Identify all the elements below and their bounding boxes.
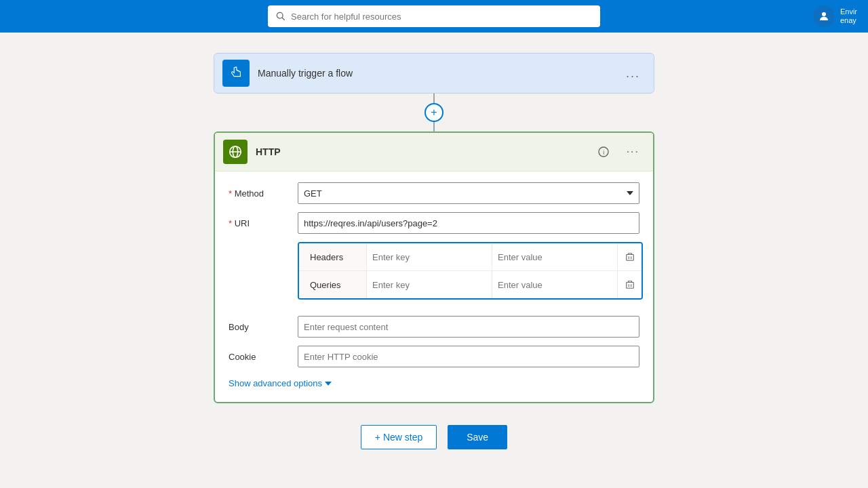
svg-rect-16	[626, 283, 633, 289]
advanced-chevron-icon	[325, 382, 332, 386]
svg-text:i: i	[603, 149, 604, 156]
search-bar[interactable]	[268, 5, 600, 27]
body-label: Body	[229, 322, 290, 332]
search-input[interactable]	[291, 12, 592, 22]
env-label: Envir enay	[840, 7, 857, 25]
method-select[interactable]: GET	[298, 182, 639, 204]
cookie-input[interactable]	[298, 346, 639, 367]
body-row: Body	[229, 316, 639, 338]
http-more-button[interactable]: ···	[621, 143, 645, 161]
bottom-bar: + New step Save	[361, 425, 507, 449]
headers-key-input[interactable]	[367, 243, 492, 270]
headers-delete-button[interactable]	[617, 243, 642, 270]
queries-inputs	[367, 271, 617, 298]
method-row: * * MethodMethod GET	[229, 182, 639, 204]
hand-icon	[229, 66, 243, 81]
headers-queries-wrapper: Headers	[229, 242, 639, 308]
method-chevron-icon	[627, 191, 633, 195]
cookie-row: Cookie	[229, 346, 639, 367]
queries-label: Queries	[299, 271, 367, 298]
uri-label: * URI	[229, 218, 290, 228]
uri-row: * URI	[229, 212, 639, 234]
key-value-wrapper: Headers	[298, 242, 643, 308]
info-icon: i	[598, 146, 609, 157]
http-block: HTTP i ··· * * MethodMethod G	[214, 131, 654, 403]
headers-value-input[interactable]	[492, 243, 617, 270]
headers-label: Headers	[299, 243, 367, 270]
globe-icon	[228, 144, 243, 159]
add-step-button[interactable]: +	[425, 103, 443, 122]
key-value-section: Headers	[298, 242, 643, 300]
method-label: * * MethodMethod	[229, 188, 290, 199]
queries-row: Queries	[299, 271, 642, 298]
delete-icon	[625, 252, 635, 262]
trigger-label: Manually trigger a flow	[258, 68, 612, 79]
canvas: Manually trigger a flow ... + HTTP	[0, 33, 868, 488]
http-icon-box	[223, 140, 248, 164]
headers-inputs	[367, 243, 617, 270]
trigger-block: Manually trigger a flow ...	[214, 53, 654, 94]
show-advanced-label: Show advanced options	[229, 378, 322, 388]
method-value: GET	[304, 188, 322, 199]
new-step-button[interactable]: + New step	[361, 425, 437, 449]
http-form-body: * * MethodMethod GET * URI	[215, 171, 653, 402]
connector: +	[433, 94, 435, 131]
header-right: Envir enay	[813, 0, 857, 33]
show-advanced-button[interactable]: Show advanced options	[229, 375, 332, 391]
search-icon	[276, 12, 285, 21]
svg-point-2	[822, 12, 826, 16]
body-input[interactable]	[298, 316, 639, 338]
http-header: HTTP i ···	[215, 133, 653, 171]
queries-value-input[interactable]	[492, 271, 617, 298]
delete-icon-2	[625, 280, 635, 289]
avatar	[813, 5, 835, 27]
queries-delete-button[interactable]	[617, 271, 642, 298]
cookie-label: Cookie	[229, 352, 290, 362]
trigger-more-button[interactable]: ...	[620, 64, 646, 83]
http-title: HTTP	[256, 146, 586, 157]
save-button[interactable]: Save	[448, 425, 507, 449]
headers-row: Headers	[299, 243, 642, 271]
queries-key-input[interactable]	[367, 271, 492, 298]
flow-container: Manually trigger a flow ... + HTTP	[214, 53, 654, 449]
http-info-button[interactable]: i	[594, 142, 613, 161]
trigger-icon-box	[222, 60, 250, 87]
uri-input[interactable]	[298, 212, 639, 234]
app-header: Envir enay	[0, 0, 868, 33]
svg-line-1	[282, 18, 284, 20]
svg-rect-10	[626, 255, 633, 261]
